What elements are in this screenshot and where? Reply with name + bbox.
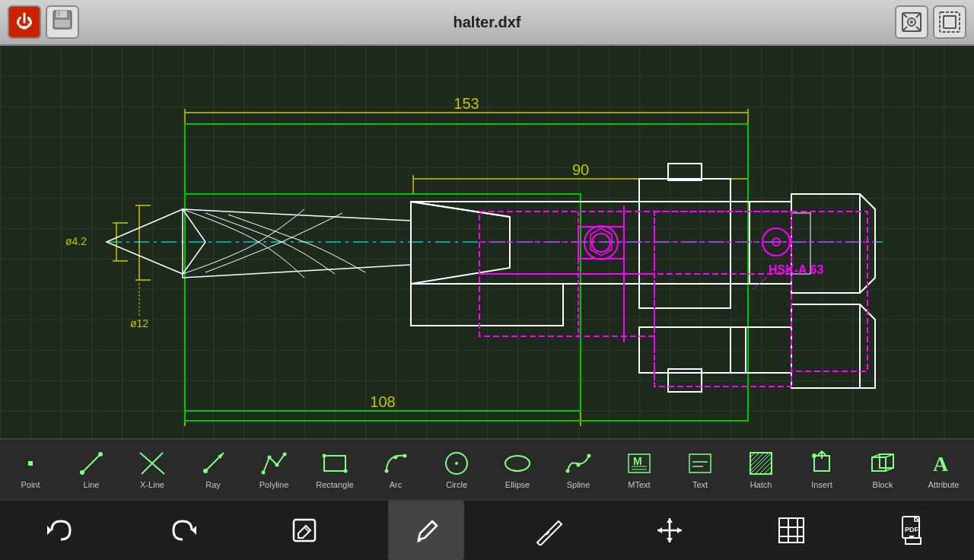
tool-hatch-label: Hatch [750, 480, 772, 489]
svg-rect-52 [654, 212, 791, 387]
svg-point-84 [394, 456, 398, 460]
titlebar-right [895, 5, 966, 39]
tool2-undo[interactable] [23, 501, 99, 560]
svg-point-109 [812, 453, 816, 458]
pdf-icon: PDF [898, 515, 928, 546]
zoom-icon [939, 11, 960, 33]
svg-point-80 [323, 454, 326, 458]
tool-polyline[interactable]: Polyline [244, 440, 304, 499]
svg-point-59 [584, 226, 618, 259]
svg-point-76 [268, 456, 272, 460]
svg-point-86 [455, 462, 458, 465]
svg-rect-44 [730, 327, 791, 373]
titlebar-left: ⏻ [8, 5, 79, 39]
undo-icon [46, 515, 76, 546]
tool-mtext-label: MText [628, 480, 650, 489]
power-icon: ⏻ [16, 12, 33, 32]
svg-point-10 [910, 21, 913, 24]
toolbar: Point Line X-Line Ray [0, 438, 974, 499]
tool2-draw[interactable] [388, 501, 464, 560]
svg-line-40 [411, 202, 510, 217]
tool-hatch[interactable]: Hatch [730, 440, 791, 499]
tool-text-label: Text [692, 480, 708, 489]
toolbar2: PDF [0, 499, 974, 560]
tool-rectangle[interactable]: Rectangle [304, 440, 365, 499]
svg-text:A: A [933, 452, 949, 476]
tool-block-label: Block [873, 480, 893, 489]
svg-rect-79 [324, 456, 345, 471]
tool-block[interactable]: Block [852, 440, 913, 499]
tool-line[interactable]: Line [61, 440, 122, 499]
tool2-move[interactable] [632, 501, 708, 560]
svg-point-81 [344, 469, 348, 473]
tool-xline-label: X-Line [140, 480, 164, 489]
zoom-fit-icon [901, 11, 922, 33]
draw-icon [411, 515, 441, 546]
svg-text:PDF: PDF [905, 526, 919, 533]
svg-text:90: 90 [572, 161, 589, 178]
tool-circle[interactable]: Circle [426, 440, 487, 499]
svg-rect-53 [791, 212, 867, 371]
svg-point-83 [403, 454, 407, 458]
tool-arc-label: Arc [390, 480, 403, 489]
power-button[interactable]: ⏻ [8, 5, 41, 39]
svg-rect-47 [791, 194, 860, 293]
drawing-svg: 153 90 108 ø4.2 ø12 [0, 46, 974, 438]
svg-rect-48 [791, 304, 860, 388]
svg-line-106 [764, 466, 772, 474]
edit-icon [289, 515, 320, 546]
svg-point-69 [98, 452, 103, 457]
svg-line-68 [82, 454, 100, 473]
zoom-fit-button[interactable] [895, 5, 928, 39]
move-icon [654, 515, 685, 546]
svg-rect-66 [28, 461, 33, 466]
svg-rect-50 [479, 212, 791, 274]
tool-arc[interactable]: Arc [365, 440, 426, 499]
tool2-edit[interactable] [266, 501, 342, 560]
svg-point-77 [275, 463, 279, 467]
redo-icon [167, 515, 198, 546]
svg-text:M: M [633, 455, 642, 467]
svg-point-75 [262, 471, 266, 475]
svg-point-78 [283, 453, 287, 457]
tool-line-label: Line [84, 480, 100, 489]
svg-rect-121 [294, 520, 315, 541]
svg-point-90 [587, 454, 591, 458]
svg-text:108: 108 [370, 393, 395, 410]
measure-icon [533, 515, 563, 546]
tool2-table[interactable] [753, 501, 829, 560]
svg-point-89 [577, 463, 581, 467]
tool-polyline-label: Polyline [259, 480, 289, 489]
tool-ray-label: Ray [205, 480, 221, 489]
svg-text:HSK-A 63: HSK-A 63 [769, 263, 823, 276]
svg-marker-128 [667, 518, 673, 523]
tool-spline-label: Spline [567, 480, 590, 489]
tool-text[interactable]: Text [670, 440, 730, 499]
svg-point-82 [385, 469, 389, 473]
svg-rect-45 [668, 164, 702, 180]
tool2-measure[interactable] [510, 501, 586, 560]
tool2-redo[interactable] [145, 501, 221, 560]
tool-attribute[interactable]: A Attribute [913, 440, 974, 499]
svg-rect-95 [689, 454, 711, 473]
tool-mtext[interactable]: M MText [609, 440, 670, 499]
zoom-button[interactable] [933, 5, 966, 39]
tool-point[interactable]: Point [0, 440, 61, 499]
canvas-area[interactable]: 153 90 108 ø4.2 ø12 [0, 46, 974, 438]
svg-marker-130 [657, 527, 662, 533]
tool-xline[interactable]: X-Line [122, 440, 183, 499]
tool-insert[interactable]: Insert [791, 440, 852, 499]
svg-rect-12 [944, 16, 956, 28]
tool2-pdf[interactable]: PDF [875, 501, 951, 560]
save-button[interactable] [46, 5, 79, 39]
titlebar-title: halter.dxf [454, 14, 521, 31]
tool-ray[interactable]: Ray [183, 440, 244, 499]
tool-spline[interactable]: Spline [548, 440, 609, 499]
svg-text:ø4.2: ø4.2 [65, 235, 87, 247]
tool-circle-label: Circle [446, 480, 467, 489]
svg-point-88 [566, 469, 570, 473]
tool-insert-label: Insert [811, 480, 832, 489]
tool-ellipse[interactable]: Ellipse [487, 440, 548, 499]
table-icon [776, 515, 807, 546]
svg-rect-132 [779, 518, 804, 542]
